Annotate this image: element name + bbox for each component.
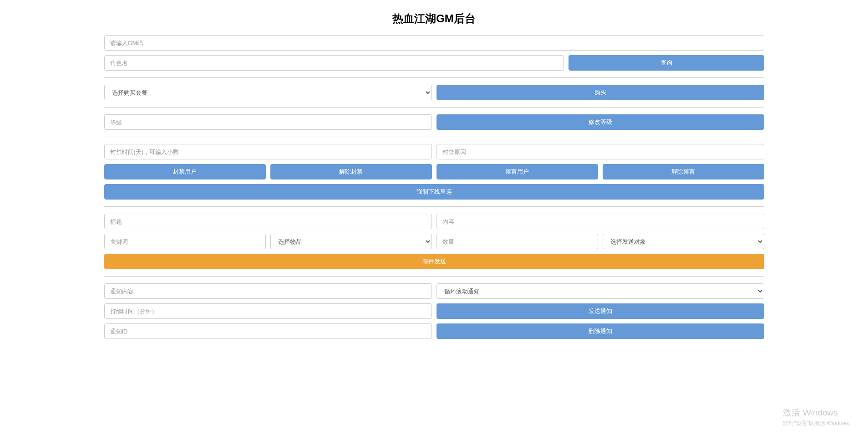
mail-title-input[interactable] <box>104 214 432 229</box>
unban-user-button[interactable]: 解除封禁 <box>270 164 432 179</box>
divider <box>104 107 764 108</box>
gm-code-input[interactable] <box>104 35 764 51</box>
notice-duration-input[interactable] <box>104 303 432 319</box>
mute-user-button[interactable]: 禁言用户 <box>437 164 598 179</box>
divider <box>104 206 764 207</box>
unmute-user-button[interactable]: 解除禁言 <box>603 164 764 179</box>
notice-id-input[interactable] <box>104 323 432 339</box>
notice-type-select[interactable]: 循环滚动通知 <box>437 283 764 299</box>
delete-notice-button[interactable]: 删除通知 <box>437 323 764 339</box>
ban-user-button[interactable]: 封禁用户 <box>104 164 266 179</box>
package-select[interactable]: 选择购买套餐 <box>104 85 432 100</box>
divider <box>104 276 764 277</box>
send-notice-button[interactable]: 发送通知 <box>437 303 764 319</box>
mail-quantity-input[interactable] <box>437 234 598 249</box>
mail-keyword-input[interactable] <box>104 234 266 249</box>
send-mail-button[interactable]: 邮件发送 <box>104 254 764 269</box>
divider <box>104 137 764 137</box>
mail-target-select[interactable]: 选择发送对象 <box>603 234 764 249</box>
ban-reason-input[interactable] <box>437 144 764 159</box>
role-name-input[interactable] <box>104 55 564 71</box>
query-button[interactable]: 查询 <box>569 55 764 71</box>
level-input[interactable] <box>104 114 432 130</box>
divider <box>104 77 764 78</box>
modify-level-button[interactable]: 修改等级 <box>437 114 764 130</box>
ban-time-input[interactable] <box>104 144 432 159</box>
buy-button[interactable]: 购买 <box>437 85 764 100</box>
force-offline-button[interactable]: 强制下线重连 <box>104 184 764 200</box>
mail-content-input[interactable] <box>437 214 764 229</box>
page-title: 热血江湖GM后台 <box>104 11 764 26</box>
mail-item-select[interactable]: 选择物品 <box>270 234 432 249</box>
notice-content-input[interactable] <box>104 283 432 299</box>
